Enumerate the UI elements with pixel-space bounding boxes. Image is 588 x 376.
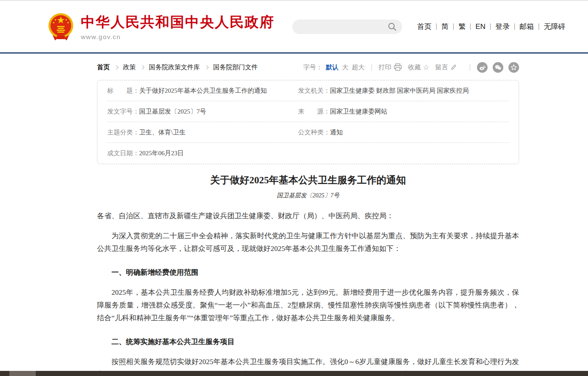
nav-english[interactable]: EN	[471, 23, 490, 31]
font-size-default-button[interactable]: 默认	[326, 63, 339, 71]
article-doc-number: 国卫基层发〔2025〕7号	[97, 192, 519, 199]
toolbar-separator	[470, 64, 470, 71]
breadcrumb-department-documents[interactable]: 国务院部门文件	[213, 63, 258, 71]
scrollbar-thumb[interactable]	[9, 371, 36, 376]
meta-source: 来 源： 国家卫生健康委网站	[298, 108, 387, 116]
toolbar-separator	[371, 64, 372, 71]
favorite-label: 收藏	[408, 63, 421, 71]
printer-icon	[394, 63, 402, 71]
chevron-right-icon	[205, 65, 209, 69]
site-url: www.gov.cn	[81, 33, 274, 40]
pencil-icon	[450, 64, 457, 71]
nav-traditional[interactable]: 繁	[454, 22, 470, 31]
breadcrumb: 首页 政策 国务院政策文件库 国务院部门文件	[97, 63, 258, 71]
section-1-paragraph: 2025年，基本公共卫生服务经费人均财政补助标准增加5元，达到99元。新增经费用…	[97, 286, 519, 325]
meta-row: 主题分类： 卫生、体育\卫生 公文种类： 通知	[107, 122, 509, 143]
article-toolbar: 字号： 默认 大 超大 打印 收藏 ☆	[303, 62, 519, 73]
content-column: 首页 政策 国务院政策文件库 国务院部门文件 字号： 默认 大 超大 打印	[97, 62, 519, 376]
meta-title: 标 题： 关于做好2025年基本公共卫生服务工作的通知	[107, 87, 298, 95]
star-icon: ☆	[423, 64, 429, 71]
wechat-share-icon[interactable]	[493, 62, 503, 73]
font-size-label: 字号：	[303, 63, 323, 71]
breadcrumb-toolbar-row: 首页 政策 国务院政策文件库 国务院部门文件 字号： 默认 大 超大 打印	[97, 62, 519, 73]
breadcrumb-policy-library[interactable]: 国务院政策文件库	[149, 63, 200, 71]
nav-accessibility[interactable]: 无障碍	[539, 22, 570, 31]
nav-login[interactable]: 登录	[491, 22, 514, 31]
horizontal-scrollbar[interactable]	[0, 371, 588, 376]
national-emblem-icon	[47, 12, 75, 41]
site-header: 中华人民共和国中央人民政府 www.gov.cn 首页 简 繁 EN 登录 邮箱	[0, 1, 588, 52]
print-label: 打印	[379, 63, 391, 71]
meta-row: 标 题： 关于做好2025年基本公共卫生服务工作的通知 发文机关： 国家卫生健康…	[107, 80, 509, 101]
meta-issue-date: 成文日期： 2025年06月23日	[107, 149, 298, 157]
article-salutation: 各省、自治区、直辖市及新疆生产建设兵团卫生健康委、财政厅（局）、中医药局、疾控局…	[97, 210, 519, 222]
print-button[interactable]: 打印	[379, 63, 402, 71]
chevron-right-icon	[140, 65, 145, 69]
meta-row: 成文日期： 2025年06月23日	[107, 143, 509, 164]
comment-label: 留言	[435, 63, 448, 71]
page: 中华人民共和国中央人民政府 www.gov.cn 首页 简 繁 EN 登录 邮箱	[0, 0, 588, 376]
main-nav: 首页 简 繁 EN 登录 邮箱 无障碍	[412, 22, 570, 31]
breadcrumb-home[interactable]: 首页	[97, 63, 110, 71]
qzone-share-icon[interactable]	[508, 62, 519, 73]
site-logo[interactable]: 中华人民共和国中央人民政府 www.gov.cn	[47, 12, 274, 41]
article-body: 关于做好2025年基本公共卫生服务工作的通知 国卫基层发〔2025〕7号 各省、…	[97, 174, 519, 376]
site-title: 中华人民共和国中央人民政府	[81, 13, 274, 32]
font-size-large-button[interactable]: 大	[342, 63, 348, 71]
article-title: 关于做好2025年基本公共卫生服务工作的通知	[97, 174, 519, 187]
article-intro-paragraph: 为深入贯彻党的二十届三中全会精神，落实新时代党的卫生与健康工作方针中以基层为重点…	[97, 230, 519, 255]
meta-row: 发文字号： 国卫基层发〔2025〕7号 来 源： 国家卫生健康委网站	[107, 101, 509, 122]
meta-doc-number: 发文字号： 国卫基层发〔2025〕7号	[107, 108, 298, 116]
weibo-share-icon[interactable]	[477, 62, 488, 73]
document-meta-box: 标 题： 关于做好2025年基本公共卫生服务工作的通知 发文机关： 国家卫生健康…	[97, 80, 519, 164]
meta-topic-category: 主题分类： 卫生、体育\卫生	[107, 128, 298, 137]
meta-doc-type: 公文种类： 通知	[298, 128, 343, 137]
search-input[interactable]	[297, 23, 388, 30]
chevron-right-icon	[114, 65, 119, 69]
header-divider	[0, 52, 588, 54]
section-2-heading: 二、统筹实施好基本公共卫生服务项目	[97, 336, 519, 348]
section-1-heading: 一、明确新增经费使用范围	[97, 266, 519, 279]
comment-button[interactable]: 留言	[435, 63, 457, 71]
nav-home[interactable]: 首页	[412, 22, 436, 31]
nav-simplified[interactable]: 简	[437, 22, 453, 31]
favorite-button[interactable]: 收藏 ☆	[408, 63, 429, 71]
logo-text: 中华人民共和国中央人民政府 www.gov.cn	[81, 13, 274, 40]
search-icon[interactable]	[388, 22, 397, 31]
meta-issuing-agency: 发文机关： 国家卫生健康委 财政部 国家中医药局 国家疾控局	[298, 87, 468, 95]
search-box[interactable]	[292, 20, 402, 34]
nav-mail[interactable]: 邮箱	[515, 22, 539, 31]
font-size-xlarge-button[interactable]: 超大	[352, 63, 365, 71]
breadcrumb-policy[interactable]: 政策	[123, 63, 136, 71]
